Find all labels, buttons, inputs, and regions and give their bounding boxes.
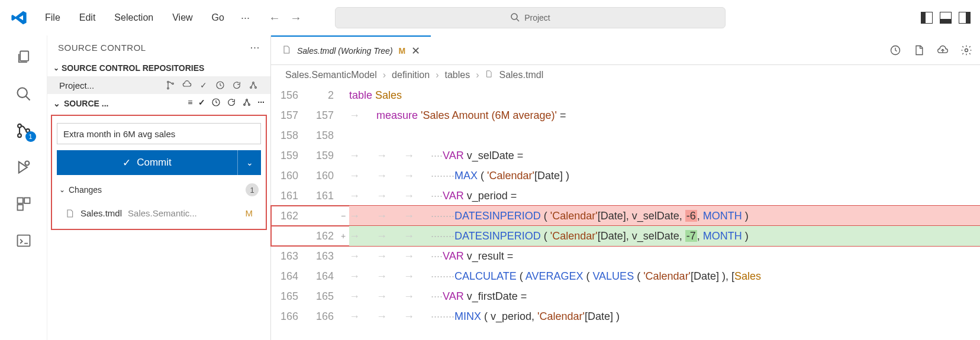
menu-go[interactable]: Go xyxy=(209,10,227,25)
cloud-icon[interactable] xyxy=(936,44,949,57)
code-text: →→→····VAR v_selDate = xyxy=(349,145,980,166)
breadcrumb-part[interactable]: Sales.tmdl xyxy=(499,70,543,80)
search-activity-icon[interactable] xyxy=(14,84,34,104)
gutter-new: 162 xyxy=(302,226,337,246)
command-center-search[interactable]: Project xyxy=(335,7,726,28)
scm-pending-badge: 1 xyxy=(25,131,36,142)
nav-forward-icon[interactable]: → xyxy=(290,11,302,25)
menu-file[interactable]: File xyxy=(43,10,63,25)
breadcrumb-separator-icon: › xyxy=(436,70,439,80)
menu-overflow-icon[interactable]: ··· xyxy=(241,12,250,24)
code-line[interactable]: 162+→→→········DATESINPERIOD ( 'Calendar… xyxy=(271,226,980,246)
changes-section-header[interactable]: ⌄ Changes 1 xyxy=(57,181,261,199)
nav-back-icon[interactable]: ← xyxy=(269,11,281,25)
breadcrumb-part[interactable]: Sales.SemanticModel xyxy=(285,70,377,80)
gutter-new: 2 xyxy=(302,85,337,105)
cloud-sync-icon[interactable] xyxy=(182,80,192,90)
commit-dropdown-button[interactable]: ⌄ xyxy=(237,150,261,175)
code-text: →→→····VAR v_period = xyxy=(349,186,980,206)
svg-point-19 xyxy=(255,87,257,89)
gutter-old: 164 xyxy=(271,266,302,286)
code-line[interactable]: 166166→→→········MINX ( v_period, 'Calen… xyxy=(271,306,980,326)
breadcrumb-part[interactable]: tables xyxy=(444,70,470,80)
history-icon[interactable] xyxy=(889,44,902,57)
main-layout: 1 SOURCE CONTROL ··· ⌄ SOURCE CONTROL RE… xyxy=(0,35,980,340)
svg-point-25 xyxy=(965,48,968,51)
breadcrumb-part[interactable]: definition xyxy=(392,70,430,80)
graph-icon[interactable] xyxy=(242,98,252,109)
source-control-icon[interactable]: 1 xyxy=(14,121,34,141)
file-icon xyxy=(282,45,291,56)
run-debug-icon[interactable] xyxy=(14,157,34,177)
history-icon[interactable] xyxy=(215,80,225,90)
code-line[interactable]: 161161→→→····VAR v_period = xyxy=(271,186,980,206)
code-text: →→→····VAR v_result = xyxy=(349,246,980,266)
editor-area: Sales.tmdl (Working Tree) M ✕ Sales.Sema… xyxy=(271,35,980,340)
code-line[interactable]: 157157→measure 'Sales Amount (6M average… xyxy=(271,105,980,125)
svg-point-23 xyxy=(249,104,250,106)
tab-close-icon[interactable]: ✕ xyxy=(411,44,420,57)
code-line[interactable]: 158158 xyxy=(271,125,980,145)
repo-row[interactable]: Project... ✓ xyxy=(47,76,270,94)
commit-button[interactable]: ✓ Commit xyxy=(57,150,237,175)
section-sourcecontrol[interactable]: ⌄ SOURCE ... ≡ ✓ ··· xyxy=(47,94,270,112)
svg-point-13 xyxy=(167,81,169,83)
code-line[interactable]: 164164→→→········CALCULATE ( AVERAGEX ( … xyxy=(271,266,980,286)
commit-message-input[interactable] xyxy=(57,123,261,144)
sc-header-actions: ≡ ✓ ··· xyxy=(188,98,265,109)
open-file-icon[interactable] xyxy=(913,44,926,57)
commit-area: ✓ Commit ⌄ ⌄ Changes 1 Sales.tmdl Sales.… xyxy=(51,115,267,230)
panel-title-bar: SOURCE CONTROL ··· xyxy=(47,35,270,60)
code-line[interactable]: 163163→→→····VAR v_result = xyxy=(271,246,980,266)
changed-file-row[interactable]: Sales.tmdl Sales.Semantic... M xyxy=(57,205,261,222)
section-repositories[interactable]: ⌄ SOURCE CONTROL REPOSITORIES xyxy=(47,60,270,76)
file-icon xyxy=(485,70,493,80)
check-icon[interactable]: ✓ xyxy=(198,80,209,90)
code-line[interactable]: 162−→→→········DATESINPERIOD ( 'Calendar… xyxy=(271,206,980,226)
svg-point-22 xyxy=(246,99,248,101)
changes-count-badge: 1 xyxy=(246,183,259,196)
commit-button-label: Commit xyxy=(137,157,172,169)
branch-icon[interactable] xyxy=(165,80,176,90)
layout-toggle-sidebar-icon[interactable] xyxy=(921,12,933,24)
graph-icon[interactable] xyxy=(248,80,259,90)
layout-toggle-right-icon[interactable] xyxy=(959,12,971,24)
gutter-new: 164 xyxy=(302,266,337,286)
code-line[interactable]: 160160→→→········MAX ( 'Calendar'[Date] … xyxy=(271,166,980,186)
refresh-icon[interactable] xyxy=(231,80,242,90)
gutter-new: 161 xyxy=(302,186,337,206)
code-line[interactable]: 1562table Sales xyxy=(271,85,980,105)
section-sc-label: SOURCE ... xyxy=(64,99,108,108)
gutter-old: 161 xyxy=(271,186,302,206)
menu-view[interactable]: View xyxy=(170,10,195,25)
breadcrumb-separator-icon: › xyxy=(383,70,386,80)
code-line[interactable]: 159159→→→····VAR v_selDate = xyxy=(271,145,980,166)
code-editor[interactable]: 1562table Sales157157→measure 'Sales Amo… xyxy=(271,85,980,326)
breadcrumb[interactable]: Sales.SemanticModel › definition › table… xyxy=(271,65,980,85)
terminal-icon[interactable] xyxy=(14,231,34,251)
check-icon[interactable]: ✓ xyxy=(198,98,205,109)
svg-rect-11 xyxy=(17,205,22,210)
panel-more-icon[interactable]: ··· xyxy=(250,41,260,54)
code-text: →→→········MINX ( v_period, 'Calendar'[D… xyxy=(349,306,980,326)
code-text: table Sales xyxy=(349,85,980,105)
extensions-icon[interactable] xyxy=(14,194,34,214)
svg-point-5 xyxy=(18,124,21,128)
svg-rect-12 xyxy=(17,235,30,247)
explorer-icon[interactable] xyxy=(14,47,34,67)
history-icon[interactable] xyxy=(211,98,221,109)
svg-point-6 xyxy=(18,134,21,137)
layout-toggle-panel-icon[interactable] xyxy=(940,12,952,24)
code-text: →→→········DATESINPERIOD ( 'Calendar'[Da… xyxy=(349,206,980,226)
editor-tab[interactable]: Sales.tmdl (Working Tree) M ✕ xyxy=(271,35,431,64)
svg-point-21 xyxy=(244,104,246,106)
view-mode-icon[interactable]: ≡ xyxy=(188,98,192,109)
menu-selection[interactable]: Selection xyxy=(112,10,156,25)
more-icon[interactable]: ··· xyxy=(257,98,265,109)
code-line[interactable]: 165165→→→····VAR v_firstDate = xyxy=(271,286,980,306)
menu-edit[interactable]: Edit xyxy=(77,10,98,25)
settings-icon[interactable] xyxy=(960,44,973,57)
refresh-icon[interactable] xyxy=(227,98,236,109)
file-icon xyxy=(65,209,75,218)
code-text: →→→········MAX ( 'Calendar'[Date] ) xyxy=(349,166,980,186)
